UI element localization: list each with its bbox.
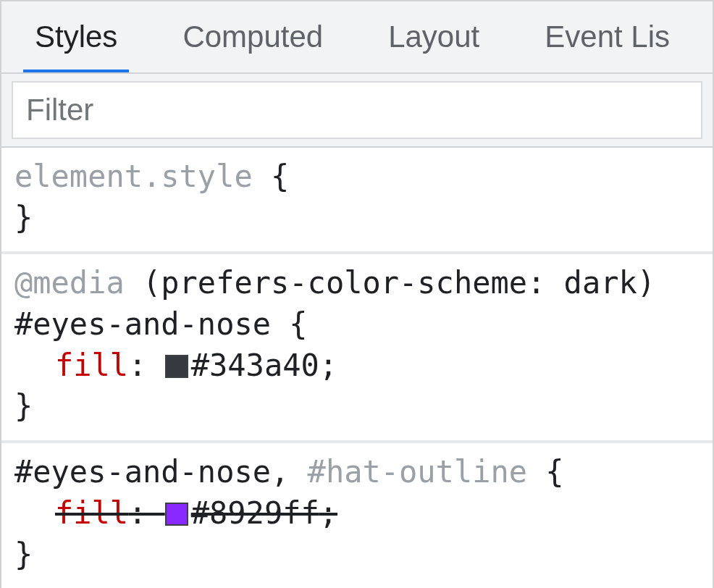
comma: , (271, 454, 308, 490)
rule-fill-purple[interactable]: #eyes-and-nose, #hat-outline { fill: #89… (1, 443, 713, 588)
filter-input[interactable] (12, 81, 702, 139)
filter-row (1, 74, 713, 148)
color-swatch-icon[interactable] (165, 355, 188, 378)
brace-close: } (14, 537, 33, 572)
css-value-color[interactable]: #343a40 (191, 348, 319, 383)
css-property-fill[interactable]: fill (55, 495, 128, 531)
selector-hat-outline: #hat-outline (308, 454, 527, 490)
tab-event-listeners[interactable]: Event Lis (533, 1, 681, 73)
tab-styles[interactable]: Styles (23, 1, 129, 73)
rule-media-dark[interactable]: @media (prefers-color-scheme: dark) #eye… (1, 254, 713, 443)
tab-layout[interactable]: Layout (377, 1, 491, 73)
brace-open: { (545, 454, 563, 490)
semicolon: ; (319, 495, 337, 531)
color-swatch-icon[interactable] (165, 503, 188, 526)
css-value-color[interactable]: #8929ff (191, 495, 319, 531)
colon: : (128, 495, 165, 531)
tab-computed[interactable]: Computed (171, 1, 335, 73)
styles-panel: Styles Computed Layout Event Lis element… (0, 0, 714, 588)
brace-close: } (14, 388, 33, 424)
brace-close: } (14, 200, 33, 235)
rule-element-style[interactable]: element.style { } (1, 148, 713, 254)
selector-element-style: element.style (14, 159, 253, 194)
tabbar: Styles Computed Layout Event Lis (1, 1, 713, 74)
brace-open: { (271, 159, 289, 194)
selector-eyes-and-nose: #eyes-and-nose (14, 306, 271, 342)
media-keyword: @media (14, 265, 125, 301)
media-condition: (prefers-color-scheme: dark) (143, 265, 655, 301)
semicolon: ; (319, 348, 337, 383)
css-property-fill[interactable]: fill (55, 348, 128, 383)
brace-open: { (289, 306, 307, 342)
selector-eyes-and-nose: #eyes-and-nose (14, 454, 271, 490)
colon: : (128, 348, 165, 383)
